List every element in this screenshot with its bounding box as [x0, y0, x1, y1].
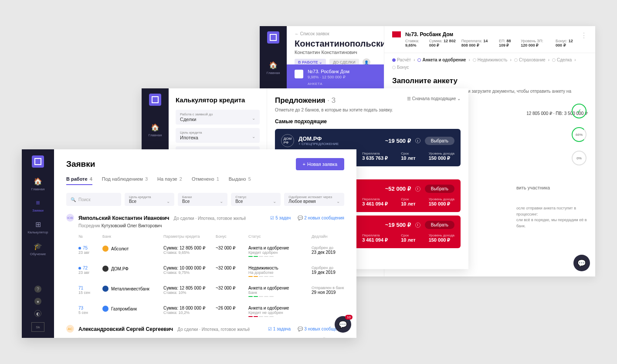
client-name[interactable]: Александровский Сергей Сергеевич [78, 326, 173, 332]
tab-in-progress[interactable]: В работе 4 [66, 176, 92, 185]
app-number-link[interactable]: 75 [83, 246, 88, 250]
bank-logo-icon: ДОМРФ [281, 134, 294, 147]
bank-logo-icon [102, 266, 108, 272]
chevron-down-icon: ⌄ [336, 199, 340, 204]
offer-bank-name: ДОМ.РФ [298, 135, 381, 142]
tab-issued[interactable]: Выдано 5 [229, 176, 251, 185]
main-content: Заявки +Новая заявка В работе 4 Под набл… [54, 149, 356, 338]
info-icon[interactable]: i [415, 222, 420, 228]
page-title: Заявки [66, 159, 95, 169]
rosbank-logo-icon [392, 31, 401, 37]
status-sub: Банк [248, 290, 312, 295]
section-heading: Самые подходящие [275, 118, 461, 125]
chat-button[interactable]: 💬 [573, 255, 590, 271]
progress-bar [248, 296, 312, 297]
loan-sum: Сумма: 12 805 000 ₽ [163, 286, 216, 290]
help-icon[interactable]: ? [34, 286, 41, 293]
loan-rate: Ставка: 9,65% [163, 250, 216, 255]
app-number-link[interactable]: 71 [78, 286, 83, 290]
app-number-link[interactable]: 72 [83, 266, 88, 270]
table-row[interactable]: 7523 авг Абсолют Сумма: 12 805 000 ₽Став… [66, 241, 344, 261]
client-name[interactable]: Ямпольский Константин Иванович [78, 215, 170, 221]
nav-home[interactable]: 🏠Главная [31, 177, 44, 191]
status-text: Недвижимость [248, 266, 312, 270]
bank-name: Абсолют [111, 246, 129, 251]
sort-dropdown[interactable]: ☰ Сначала подходящие ⌄ [407, 96, 461, 101]
bank-logo-icon [102, 306, 108, 312]
section-title: Заполните анкету [392, 77, 587, 85]
status-text: Анкета и одобрение [248, 286, 312, 290]
info-icon[interactable]: i [415, 186, 420, 192]
more-icon[interactable]: ⋮ [580, 31, 587, 40]
progress-ring-partial: 66% [572, 127, 586, 142]
detail-title: №73. Росбанк Дом [405, 31, 576, 37]
tasks-link[interactable]: ☑5 задач [270, 216, 291, 220]
field-goal[interactable]: Цель кредита Ипотека ⌄ [176, 128, 260, 143]
table-header: №БанкПараметры кредитаБонусСтатусДедлайн [66, 232, 344, 241]
unread-dot-icon [78, 267, 81, 270]
notification-badge: 10 [345, 315, 353, 320]
bank-logo-icon [102, 246, 108, 252]
filter-status[interactable]: СтатусВсе⌄ [231, 193, 281, 206]
user-icon[interactable]: ● [34, 298, 41, 305]
table-row[interactable]: 735 сен Газпромбанк Сумма: 18 000 000 ₽С… [66, 301, 344, 321]
stack-icon: ≡ [36, 199, 40, 207]
add-participant-link[interactable]: вить участника [516, 185, 550, 190]
app-number-link[interactable]: 73 [78, 306, 83, 310]
check-icon: ☑ [270, 216, 274, 220]
search-icon: 🔍 [71, 197, 76, 202]
chat-icon: 💬 [298, 327, 303, 331]
deadline-date: 23 дек 2019 [312, 250, 355, 255]
search-input[interactable]: 🔍Поиск [66, 193, 121, 206]
select-button[interactable]: Выбрать [425, 185, 454, 193]
info-icon[interactable]: i [415, 138, 420, 143]
tasks-link[interactable]: ☑1 задача [268, 327, 291, 331]
nav-label: Главная [31, 187, 44, 191]
messages-link[interactable]: 💬2 новых сообщения [298, 216, 344, 220]
chevron-down-icon: ⌄ [252, 134, 255, 139]
nav-calculator[interactable]: ⊞Калькулятор [28, 220, 48, 234]
nav-home[interactable]: 🏠Главная [267, 61, 280, 75]
logo[interactable] [32, 155, 44, 168]
logo[interactable] [267, 31, 279, 44]
nav-education[interactable]: 🎓Обучение [30, 242, 46, 256]
table-row[interactable]: 7115 сен Металлинвестбанк Сумма: 12 805 … [66, 281, 344, 301]
loan-sum: Сумма: 18 000 000 ₽ [163, 306, 216, 310]
nav-applications[interactable]: ≡Заявки [32, 199, 44, 212]
loan-sum: Сумма: 12 805 000 ₽ [163, 246, 216, 250]
loan-rate: Ставка: 10,2% [163, 310, 216, 315]
logo[interactable] [149, 94, 161, 106]
progress-bar [248, 276, 312, 277]
new-application-button[interactable]: +Новая заявка [296, 158, 344, 170]
monthly-payment: ~52 000 ₽ [385, 185, 411, 192]
bonus-amount: ~26 000 ₽ [216, 306, 248, 310]
table-header: №БанкПараметры кредитаБонусСтатусДедлайн [66, 334, 344, 338]
special-offer-tag: + СПЕЦПРЕДЛОЖЕНИЕ [298, 142, 381, 146]
loan-rate: Ставка: 10% [163, 290, 216, 295]
toggle-icon[interactable]: ◐ [34, 310, 41, 317]
select-button[interactable]: Выбрать [425, 221, 454, 229]
nav-home[interactable]: 🏠Главная [149, 123, 162, 137]
filter-banks[interactable]: БанкиВсе⌄ [178, 193, 227, 206]
nav-label: Заявки [32, 209, 44, 212]
chevron-down-icon: ⌄ [252, 116, 255, 121]
tab-paused[interactable]: На паузе 2 [157, 176, 182, 185]
grid-icon: ⊞ [35, 220, 41, 229]
deadline-label: Одобрен до [312, 246, 355, 250]
select-button[interactable]: Выбрать [425, 137, 454, 145]
offer-params: 9,98% · 12 500 000 ₽ [308, 75, 349, 79]
tab-cancelled[interactable]: Отменено 1 [192, 176, 219, 185]
chat-button[interactable]: 💬10 [335, 316, 351, 333]
filter-goal[interactable]: Цель кредитаВсе⌄ [125, 193, 174, 206]
agent-name: Кутузовский Олег Викторович [102, 223, 162, 228]
plus-icon: + [303, 162, 305, 167]
field-stage[interactable]: Работа с заявкой до Сделки ⌄ [176, 110, 260, 125]
table-row[interactable]: 7223 авг ДОМ.РФ Сумма: 10 000 000 ₽Ставк… [66, 261, 344, 281]
unread-dot-icon [78, 247, 81, 249]
graduation-icon: 🎓 [34, 242, 42, 250]
client-avatar: АС [66, 325, 74, 333]
filter-deadline[interactable]: Одобрение истекает черезЛюбое время⌄ [284, 193, 344, 206]
deadline-date: 19 дек 2019 [312, 270, 355, 275]
row-menu-icon[interactable]: ⋮ [355, 246, 356, 250]
tab-watching[interactable]: Под наблюдением 3 [102, 176, 148, 185]
